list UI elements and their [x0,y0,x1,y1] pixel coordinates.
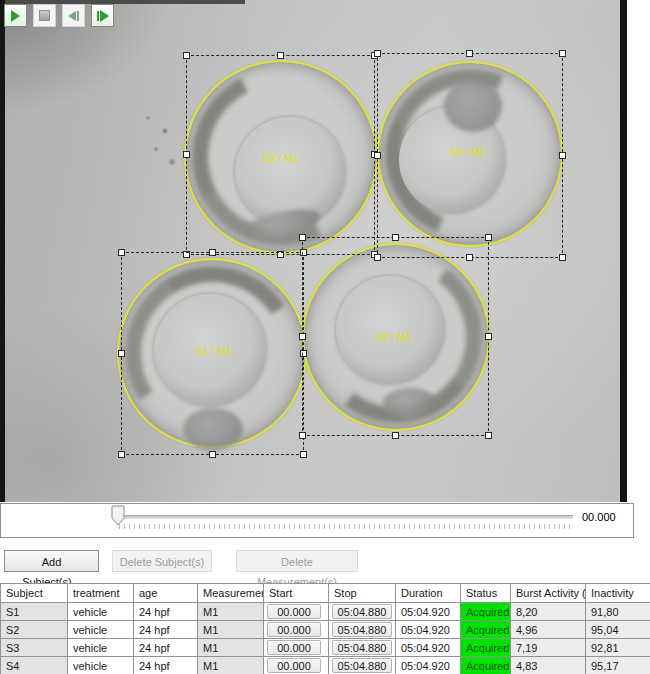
status-badge: Acquired [461,639,511,657]
selection-handle[interactable] [559,152,566,159]
selection-handle[interactable] [485,432,492,439]
selection-handle[interactable] [559,254,566,261]
selection-box-s2[interactable] [302,237,489,436]
selection-handle[interactable] [277,52,284,59]
selection-handle[interactable] [466,50,473,57]
cell-measurement: M1 [198,639,264,657]
cell-subject: S2 [1,621,68,639]
step-backward-icon [68,11,76,21]
stop-button[interactable] [33,4,56,27]
col-header-burst-activity[interactable]: Burst Activity (%) [511,584,586,603]
cell-duration: 05:04.920 [396,603,461,621]
stop-time-button[interactable]: 05:04.880 [332,622,392,637]
cell-treatment: vehicle [68,657,134,674]
action-button-bar: Add Subject(s)... Delete Subject(s) Dele… [0,550,650,574]
selection-handle[interactable] [374,152,381,159]
selection-handle[interactable] [299,432,306,439]
frame-right-edge [620,0,627,502]
cell-burst-activity: 7,19 [511,639,586,657]
selection-handle[interactable] [485,333,492,340]
cell-burst-activity: 4,96 [511,621,586,639]
selection-handle[interactable] [299,333,306,340]
col-header-start[interactable]: Start [264,584,329,603]
timeline-track[interactable] [118,515,573,519]
selection-box-s3[interactable] [186,55,375,255]
cell-treatment: vehicle [68,639,134,657]
cell-duration: 05:04.920 [396,621,461,639]
selection-handle[interactable] [209,249,216,256]
frame-left-edge [0,0,5,502]
col-header-inactivity[interactable]: Inactivity [586,584,650,603]
selection-handle[interactable] [392,432,399,439]
cell-measurement: M1 [198,603,264,621]
add-subjects-button[interactable]: Add Subject(s)... [4,550,99,572]
cell-burst-activity: 4,83 [511,657,586,674]
stop-time-button[interactable]: 05:04.880 [332,658,392,673]
start-time-button[interactable]: 00.000 [267,622,321,637]
col-header-subject[interactable]: Subject [1,584,68,603]
col-header-stop[interactable]: Stop [329,584,396,603]
selection-handle[interactable] [392,234,399,241]
cell-age: 24 hpf [134,657,198,674]
cell-subject: S1 [1,603,68,621]
delete-subjects-button[interactable]: Delete Subject(s) [112,550,212,572]
playback-toolbar [0,503,634,538]
selection-handle[interactable] [118,350,125,357]
play-icon [11,10,20,22]
cell-age: 24 hpf [134,639,198,657]
timeline-thumb[interactable] [111,505,125,530]
selection-handle[interactable] [209,451,216,458]
selection-handle[interactable] [485,234,492,241]
cell-measurement: M1 [198,621,264,639]
cell-burst-activity: 8,20 [511,603,586,621]
selection-handle[interactable] [299,234,306,241]
cell-inactivity: 91,80 [586,603,650,621]
status-badge: Acquired [461,621,511,639]
video-viewer: S3 / M1 S4 / M1 S1 / M1 S2 / M1 [0,0,650,502]
cell-inactivity: 95,17 [586,657,650,674]
delete-measurements-button[interactable]: Delete Measurement(s) [236,550,358,572]
stop-time-button[interactable]: 05:04.880 [332,640,392,655]
selection-handle[interactable] [118,249,125,256]
table-header-row: Subject treatment age Measurement Start … [1,584,650,603]
status-badge: Acquired [461,603,511,621]
start-time-button[interactable]: 00.000 [267,604,321,619]
step-forward-icon [100,10,109,22]
step-backward-button[interactable] [62,4,85,27]
selection-handle[interactable] [118,451,125,458]
cell-age: 24 hpf [134,621,198,639]
play-button[interactable] [4,4,27,27]
table-row-s2[interactable]: S2 vehicle 24 hpf M1 00.000 05:04.880 05… [1,621,650,639]
col-header-age[interactable]: age [134,584,198,603]
table-row-s3[interactable]: S3 vehicle 24 hpf M1 00.000 05:04.880 05… [1,639,650,657]
cell-inactivity: 92,81 [586,639,650,657]
cell-duration: 05:04.920 [396,657,461,674]
cell-treatment: vehicle [68,621,134,639]
selection-handle[interactable] [300,451,307,458]
status-badge: Acquired [461,657,511,674]
timeline-ticks [119,524,571,529]
col-header-status[interactable]: Status [461,584,511,603]
time-display: 00.000 [582,511,616,523]
selection-handle[interactable] [183,52,190,59]
col-header-duration[interactable]: Duration [396,584,461,603]
step-forward-button[interactable] [91,4,114,27]
start-time-button[interactable]: 00.000 [267,658,321,673]
col-header-measurement[interactable]: Measurement [198,584,264,603]
cell-subject: S3 [1,639,68,657]
subjects-table: Subject treatment age Measurement Start … [0,583,650,674]
selection-handle[interactable] [183,151,190,158]
cell-duration: 05:04.920 [396,639,461,657]
stop-time-button[interactable]: 05:04.880 [332,604,392,619]
table-row-s1[interactable]: S1 vehicle 24 hpf M1 00.000 05:04.880 05… [1,603,650,621]
table-row-s4[interactable]: S4 vehicle 24 hpf M1 00.000 05:04.880 05… [1,657,650,674]
cell-treatment: vehicle [68,603,134,621]
selection-handle[interactable] [559,50,566,57]
selection-box-s1[interactable] [121,252,304,455]
start-time-button[interactable]: 00.000 [267,640,321,655]
cell-subject: S4 [1,657,68,674]
col-header-treatment[interactable]: treatment [68,584,134,603]
selection-handle[interactable] [374,50,381,57]
selection-box-s4[interactable] [377,53,563,258]
cell-inactivity: 95,04 [586,621,650,639]
